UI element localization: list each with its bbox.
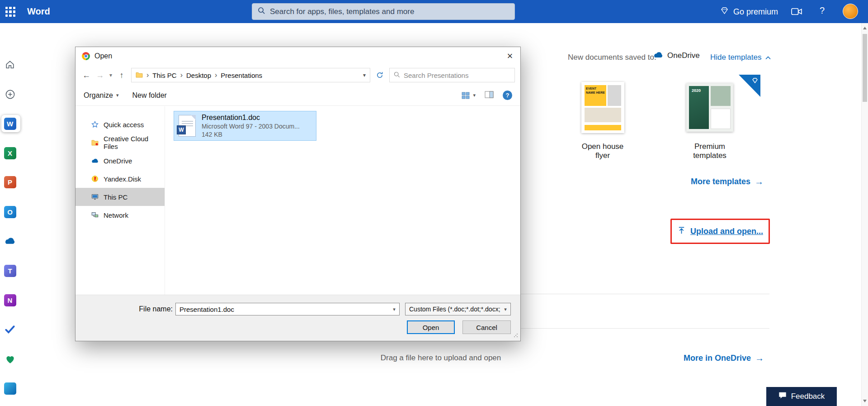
heart-icon xyxy=(5,354,15,364)
template-label-open-house-flyer[interactable]: Open house flyer xyxy=(576,142,630,160)
flyer-title-block: EVENT NAME HERE xyxy=(585,85,606,106)
chevron-down-icon[interactable]: ▾ xyxy=(389,303,399,315)
sidebar-item-teams[interactable]: T xyxy=(3,264,17,277)
dialog-titlebar[interactable]: Open × xyxy=(75,47,520,65)
tree-item-quick-access[interactable]: Quick access xyxy=(75,115,165,134)
more-in-onedrive-label: More in OneDrive xyxy=(684,353,751,363)
change-view-button[interactable]: ▾ xyxy=(462,92,476,99)
forward-button[interactable]: → xyxy=(94,71,105,80)
more-templates-link[interactable]: More templates → xyxy=(691,177,764,187)
saved-to-location[interactable]: OneDrive xyxy=(653,51,700,60)
header-search[interactable] xyxy=(252,3,515,20)
file-item-presentation1[interactable]: W Presentation1.doc Microsoft Word 97 - … xyxy=(174,111,316,141)
help-button[interactable]: ? xyxy=(503,91,512,100)
dialog-footer: File name: ▾ Custom Files (*.doc;*.dot;*… xyxy=(75,295,520,341)
back-button[interactable]: ← xyxy=(81,71,92,80)
scroll-up-icon[interactable] xyxy=(863,27,867,29)
breadcrumb-separator: › xyxy=(180,71,183,79)
sidebar-item-create[interactable] xyxy=(3,87,17,101)
tree-item-network[interactable]: Network xyxy=(75,206,165,224)
hide-templates-link[interactable]: Hide templates xyxy=(710,53,771,62)
up-button[interactable]: ↑ xyxy=(116,71,127,80)
sidebar-item-powerpoint[interactable]: P xyxy=(3,175,17,189)
template-premium-templates[interactable]: 2020 xyxy=(686,83,733,132)
sidebar-item-blue-app[interactable] xyxy=(3,382,17,395)
arrow-right-icon: → xyxy=(755,353,764,363)
new-folder-button[interactable]: New folder xyxy=(132,91,166,100)
more-in-onedrive-link[interactable]: More in OneDrive → xyxy=(684,353,764,363)
outlook-icon: O xyxy=(4,206,16,218)
feedback-button[interactable]: Feedback xyxy=(766,387,837,406)
resize-grip[interactable] xyxy=(514,331,518,339)
sidebar-item-onedrive[interactable] xyxy=(3,234,17,248)
sidebar-item-word[interactable]: W xyxy=(3,117,17,130)
help-icon[interactable]: ? xyxy=(820,5,825,16)
breadcrumb-item-this-pc[interactable]: This PC xyxy=(152,72,176,79)
todo-check-icon xyxy=(5,325,15,334)
breadcrumb-item-desktop[interactable]: Desktop xyxy=(186,72,211,79)
page-scrollbar[interactable] xyxy=(861,23,868,406)
onedrive-icon xyxy=(653,51,664,60)
tree-item-onedrive[interactable]: OneDrive xyxy=(75,152,165,170)
dialog-toolbar: Organize ▾ New folder ▾ ? xyxy=(75,85,520,106)
flyer-photo-top xyxy=(608,85,621,106)
yandex-disk-icon xyxy=(91,175,99,182)
star-icon xyxy=(91,121,99,128)
upload-and-open-link[interactable]: Upload and open... xyxy=(677,226,763,237)
more-templates-label: More templates xyxy=(691,177,750,186)
sidebar-item-todo[interactable] xyxy=(3,323,17,336)
blue-tile-app-icon xyxy=(4,382,16,395)
dialog-nav-row: ← → ▾ ↑ › This PC › Desktop › Presentati… xyxy=(75,65,520,85)
recent-locations-dropdown-icon[interactable]: ▾ xyxy=(108,72,113,78)
scrollbar-thumb[interactable] xyxy=(863,34,867,102)
app-title: Word xyxy=(27,6,50,17)
sidebar-item-family-safety[interactable] xyxy=(3,352,17,366)
file-list[interactable]: W Presentation1.doc Microsoft Word 97 - … xyxy=(165,106,520,295)
avatar[interactable] xyxy=(843,4,858,19)
sidebar-item-home[interactable] xyxy=(3,58,17,72)
video-call-icon[interactable] xyxy=(791,7,802,18)
premium-thumb-left: 2020 xyxy=(689,86,709,129)
breadcrumb[interactable]: › This PC › Desktop › Presentations ▾ xyxy=(131,68,370,82)
chevron-down-icon: ▾ xyxy=(500,303,510,315)
diamond-icon xyxy=(751,77,759,86)
excel-icon: X xyxy=(4,147,16,159)
cancel-button[interactable]: Cancel xyxy=(462,320,511,334)
template-open-house-flyer[interactable]: EVENT NAME HERE xyxy=(581,82,624,133)
feedback-label: Feedback xyxy=(791,392,825,401)
go-premium-button[interactable]: Go premium xyxy=(720,6,778,18)
scroll-down-icon[interactable] xyxy=(863,400,867,402)
organize-menu[interactable]: Organize ▾ xyxy=(84,91,118,100)
file-name-input[interactable] xyxy=(176,306,389,313)
tree-item-label: Quick access xyxy=(104,121,144,129)
file-name-combobox[interactable]: ▾ xyxy=(175,303,400,315)
tree-item-this-pc[interactable]: This PC xyxy=(75,188,165,206)
dialog-search-input[interactable] xyxy=(404,72,510,79)
template-label-premium-templates[interactable]: Premium templates xyxy=(678,142,741,160)
header-search-input[interactable] xyxy=(270,7,509,16)
tree-item-yandex-disk[interactable]: Yandex.Disk xyxy=(75,170,165,188)
tree-item-creative-cloud-files[interactable]: Creative Cloud Files xyxy=(75,134,165,152)
sidebar-item-onenote[interactable]: N xyxy=(3,293,17,307)
view-thumbnails-icon xyxy=(462,92,470,99)
dialog-search[interactable] xyxy=(389,68,515,82)
close-icon[interactable]: × xyxy=(500,47,520,65)
breadcrumb-item-presentations[interactable]: Presentations xyxy=(221,72,262,79)
sidebar-item-excel[interactable]: X xyxy=(3,146,17,160)
creative-cloud-icon xyxy=(91,139,99,146)
preview-pane-icon[interactable] xyxy=(485,91,494,100)
app-launcher-icon[interactable] xyxy=(5,7,15,17)
open-button[interactable]: Open xyxy=(407,320,455,334)
app-sidebar: W X P O T N xyxy=(0,23,20,406)
open-file-dialog: Open × ← → ▾ ↑ › This PC › Desktop › Pre… xyxy=(75,47,521,341)
tree-item-label: Network xyxy=(104,211,128,219)
breadcrumb-dropdown-icon[interactable]: ▾ xyxy=(363,72,366,78)
chevron-down-icon: ▾ xyxy=(473,92,476,98)
new-folder-label: New folder xyxy=(132,91,166,100)
sidebar-item-outlook[interactable]: O xyxy=(3,205,17,219)
premium-thumb-year: 2020 xyxy=(689,86,709,93)
word-icon: W xyxy=(4,118,16,130)
file-type-dropdown[interactable]: Custom Files (*.doc;*.dot;*.docx; ▾ xyxy=(405,303,511,315)
top-bar: Word Go premium ? xyxy=(0,0,868,23)
refresh-icon[interactable] xyxy=(373,68,387,82)
